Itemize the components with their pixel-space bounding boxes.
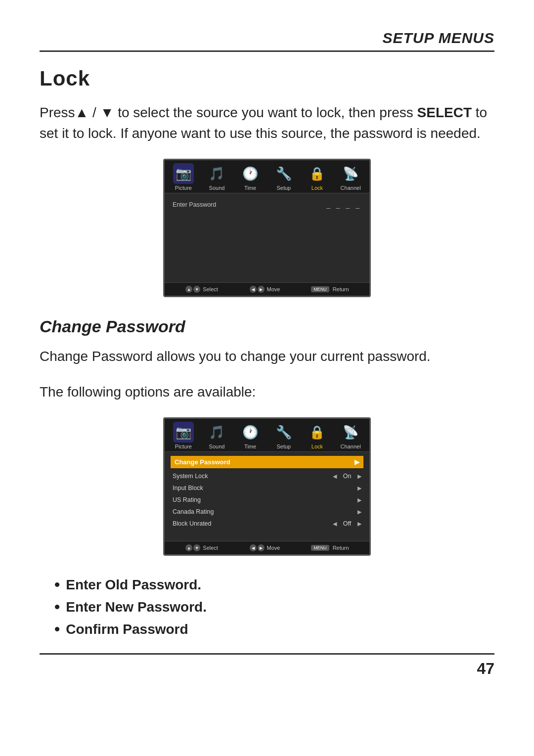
- block-unrated-left-arrow: ◀: [333, 521, 337, 527]
- channel-icon-2: 📡: [340, 422, 361, 443]
- bottom-rule: [40, 653, 494, 655]
- sound-icon-2: 🎵: [206, 422, 227, 443]
- return-btn-2: MENU Return: [311, 545, 349, 551]
- picture-label-1: Picture: [175, 185, 192, 191]
- setup-icon-2: 🔧: [273, 422, 294, 443]
- us-rating-arrow: ▶: [357, 497, 361, 503]
- input-block-label: Input Block: [173, 485, 355, 491]
- lock-label-1: Lock: [312, 185, 323, 191]
- menu-icon-bar-1: 📷 Picture 🎵 Sound 🕐 Time 🔧 Setup 🔒 Lock …: [165, 160, 369, 193]
- lock-body-text: Press▲ / ▼ to select the source you want…: [40, 102, 494, 144]
- input-block-arrow: ▶: [357, 485, 361, 491]
- sound-label-2: Sound: [209, 444, 225, 449]
- bullet-item-3: Confirm Password: [54, 620, 494, 638]
- down-arrow-icon: ▼: [100, 105, 114, 120]
- lock-heading: Lock: [40, 67, 494, 90]
- lock-icon-1: 🔒: [307, 163, 327, 184]
- down-circle-1: ▼: [193, 286, 200, 293]
- return-label-2: Return: [333, 545, 349, 551]
- sound-label-1: Sound: [209, 185, 225, 191]
- header-section: SETUP MENUS: [40, 30, 494, 46]
- system-lock-row: System Lock ◀ On ▶: [172, 470, 362, 482]
- move-label-1: Move: [267, 286, 280, 292]
- menu-icon-channel-1: 📡 Channel: [336, 163, 365, 191]
- camera-icon-2: 📷: [173, 422, 194, 443]
- menu-icon-time-1: 🕐 Time: [235, 163, 265, 191]
- sound-icon-1: 🎵: [206, 163, 227, 184]
- return-label-1: Return: [333, 286, 349, 292]
- block-unrated-value: Off: [340, 520, 355, 527]
- time-icon-1: 🕐: [240, 163, 261, 184]
- body-middle-text: to select the source you want to lock, t…: [114, 105, 417, 120]
- bullet-text-1: Enter Old Password.: [66, 577, 201, 593]
- select-btn-2: ▲ ▼ Select: [185, 544, 218, 551]
- menu-rect-1: MENU: [311, 286, 329, 292]
- top-rule: [40, 50, 494, 52]
- system-lock-value: On: [340, 473, 355, 480]
- picture-label-2: Picture: [175, 444, 192, 449]
- channel-label-1: Channel: [341, 185, 361, 191]
- menu-icon-lock-2: 🔒 Lock: [302, 422, 332, 449]
- menu-icon-time-2: 🕐 Time: [235, 422, 265, 449]
- change-password-row-label: Change Password: [175, 458, 230, 466]
- change-password-header-row: Change Password ▶: [171, 456, 363, 468]
- canada-rating-arrow: ▶: [357, 509, 361, 515]
- menu-rect-2: MENU: [311, 545, 329, 551]
- bullet-text-2: Enter New Password.: [66, 599, 207, 615]
- move-label-2: Move: [267, 545, 280, 551]
- menu-bottom-bar-1: ▲ ▼ Select ◀ ▶ Move MENU Return: [165, 282, 369, 296]
- select-label-1: Select: [203, 286, 218, 292]
- change-password-body2: The following options are available:: [40, 382, 494, 402]
- up-circle-1: ▲: [185, 286, 192, 293]
- password-dashes: _ _ _ _: [326, 201, 361, 209]
- menu-icon-setup-2: 🔧 Setup: [269, 422, 299, 449]
- menu-icon-sound-1: 🎵 Sound: [202, 163, 231, 191]
- up-arrow-icon: ▲: [75, 105, 89, 120]
- time-label-2: Time: [244, 444, 256, 449]
- menu-content-1: Enter Password _ _ _ _: [165, 193, 369, 282]
- left-circle-1: ◀: [250, 286, 257, 293]
- canada-rating-label: Canada Rating: [173, 508, 355, 515]
- menu-icon-picture-2: 📷 Picture: [169, 422, 198, 449]
- select-circles-2: ▲ ▼: [185, 544, 201, 551]
- canada-rating-row: Canada Rating ▶: [172, 506, 362, 518]
- menu-icon-lock-1: 🔒 Lock: [302, 163, 332, 191]
- channel-icon-1: 📡: [340, 163, 361, 184]
- setup-label-2: Setup: [276, 444, 291, 449]
- menu-icon-sound-2: 🎵 Sound: [202, 422, 231, 449]
- system-lock-left-arrow: ◀: [333, 473, 337, 480]
- enter-password-label: Enter Password: [173, 201, 326, 208]
- change-password-row-arrow: ▶: [355, 458, 359, 466]
- lock-label-2: Lock: [312, 444, 323, 449]
- menu-icon-channel-2: 📡 Channel: [336, 422, 365, 449]
- menu-icon-bar-2: 📷 Picture 🎵 Sound 🕐 Time 🔧 Setup 🔒 Lock …: [165, 419, 369, 452]
- bullet-list: Enter Old Password. Enter New Password. …: [54, 576, 494, 638]
- change-password-body1: Change Password allows you to change you…: [40, 346, 494, 367]
- select-bold: SELECT: [417, 105, 472, 120]
- time-icon-2: 🕐: [240, 422, 261, 443]
- us-rating-row: US Rating ▶: [172, 494, 362, 506]
- press-text: Press: [40, 105, 75, 120]
- system-lock-right-arrow: ▶: [357, 473, 361, 480]
- move-circles-1: ◀ ▶: [249, 286, 265, 293]
- menu-bottom-bar-2: ▲ ▼ Select ◀ ▶ Move MENU Return: [165, 541, 369, 554]
- input-block-row: Input Block ▶: [172, 482, 362, 494]
- us-rating-label: US Rating: [173, 496, 355, 503]
- right-circle-2: ▶: [258, 544, 265, 551]
- left-circle-2: ◀: [250, 544, 257, 551]
- menu-content-2: Change Password ▶ System Lock ◀ On ▶ Inp…: [165, 452, 369, 541]
- block-unrated-label: Block Unrated: [173, 520, 333, 527]
- lock-icon-2: 🔒: [307, 422, 327, 443]
- move-circles-2: ◀ ▶: [249, 544, 265, 551]
- camera-icon-1: 📷: [173, 163, 194, 184]
- menu-icon-setup-1: 🔧 Setup: [269, 163, 299, 191]
- return-btn-1: MENU Return: [311, 286, 349, 292]
- select-circles-1: ▲ ▼: [185, 286, 201, 293]
- setup-icon-1: 🔧: [273, 163, 294, 184]
- tv-screen-2: 📷 Picture 🎵 Sound 🕐 Time 🔧 Setup 🔒 Lock …: [163, 417, 371, 556]
- time-label-1: Time: [244, 185, 256, 191]
- setup-menus-title: SETUP MENUS: [382, 30, 494, 46]
- page-container: SETUP MENUS Lock Press▲ / ▼ to select th…: [0, 0, 534, 717]
- select-label-2: Select: [203, 545, 218, 551]
- page-number: 47: [40, 660, 494, 678]
